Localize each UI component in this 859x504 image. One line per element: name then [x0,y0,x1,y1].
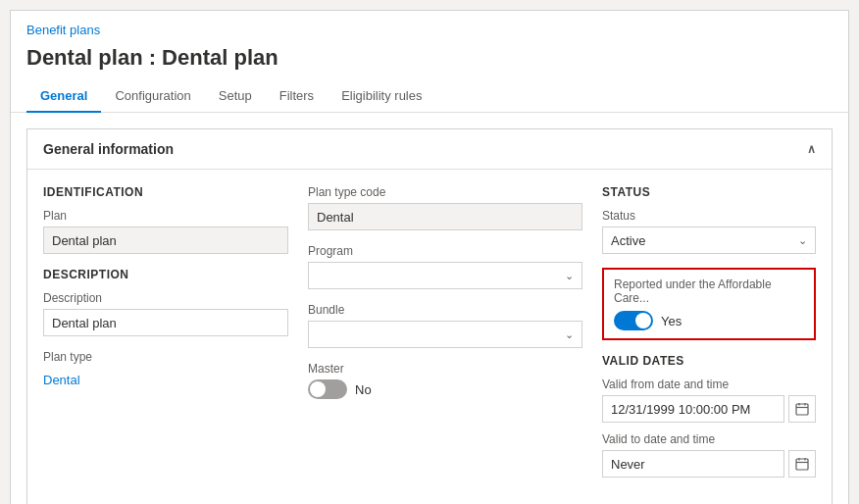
valid-from-calendar-icon[interactable] [788,395,816,423]
description-input[interactable] [43,309,288,336]
plan-type-code-label: Plan type code [308,185,582,199]
status-value: Active [611,233,645,248]
bundle-group: Bundle ⌄ [308,303,582,348]
general-information-section: General information ∧ IDENTIFICATION Pla… [26,128,833,504]
plan-type-code-input[interactable] [308,203,582,230]
status-section-title: STATUS [602,185,816,199]
aca-toggle-label: Yes [661,314,682,328]
valid-from-row [602,395,816,423]
breadcrumb-link[interactable]: Benefit plans [26,23,100,37]
plan-details-column: Plan type code Program ⌄ Bundle [308,185,582,491]
valid-to-input[interactable] [602,450,784,478]
master-group: Master No [308,362,582,399]
plan-input[interactable] [43,227,288,254]
program-group: Program ⌄ [308,244,582,289]
valid-from-input[interactable] [602,395,784,423]
aca-label: Reported under the Affordable Care... [614,277,804,305]
master-toggle-label: No [355,382,372,397]
master-toggle-thumb [310,381,326,397]
program-label: Program [308,244,582,258]
plan-label: Plan [43,209,288,223]
section-title: General information [43,141,174,157]
valid-to-label: Valid to date and time [602,432,816,446]
status-column: STATUS Status Active ⌄ Reported under th… [602,185,816,491]
aca-toggle-thumb [635,313,651,328]
tab-setup[interactable]: Setup [205,80,266,113]
tab-eligibility-rules[interactable]: Eligibility rules [328,80,435,113]
tab-filters[interactable]: Filters [266,80,328,113]
status-label: Status [602,209,816,223]
status-chevron-icon: ⌄ [798,234,807,247]
plan-type-group: Plan type Dental [43,350,288,392]
valid-to-calendar-icon[interactable] [788,450,816,478]
status-section-group: STATUS Status Active ⌄ [602,185,816,254]
master-label: Master [308,362,582,376]
plan-type-label: Plan type [43,350,288,364]
bundle-select[interactable]: ⌄ [308,321,582,348]
section-header: General information ∧ [27,129,832,170]
identification-column: IDENTIFICATION Plan DESCRIPTION Descript… [43,185,288,491]
description-group: DESCRIPTION Description [43,268,288,336]
status-select[interactable]: Active ⌄ [602,227,816,254]
master-toggle-row: No [308,379,582,399]
tab-bar: General Configuration Setup Filters Elig… [11,80,848,113]
section-body: IDENTIFICATION Plan DESCRIPTION Descript… [27,170,832,504]
master-toggle[interactable] [308,379,347,399]
bundle-label: Bundle [308,303,582,317]
description-title: DESCRIPTION [43,268,288,281]
program-select[interactable]: ⌄ [308,262,582,289]
section-collapse-button[interactable]: ∧ [807,142,816,156]
valid-dates-title: VALID DATES [602,354,816,368]
plan-type-value[interactable]: Dental [43,368,288,392]
tab-configuration[interactable]: Configuration [101,80,204,113]
valid-dates-group: VALID DATES Valid from date and time [602,354,816,478]
identification-group: IDENTIFICATION Plan [43,185,288,254]
page-title: Dental plan : Dental plan [11,41,848,80]
valid-to-row [602,450,816,478]
aca-box: Reported under the Affordable Care... Ye… [602,268,816,340]
svg-rect-4 [796,459,808,470]
program-chevron-icon: ⌄ [565,270,574,282]
aca-toggle[interactable] [614,311,653,330]
svg-rect-0 [796,404,808,415]
tab-general[interactable]: General [26,80,101,113]
valid-from-label: Valid from date and time [602,378,816,391]
description-label: Description [43,291,288,305]
plan-type-code-group: Plan type code [308,185,582,230]
identification-title: IDENTIFICATION [43,185,288,199]
bundle-chevron-icon: ⌄ [565,328,574,341]
content-area: General information ∧ IDENTIFICATION Pla… [11,128,848,504]
aca-toggle-row: Yes [614,311,804,330]
